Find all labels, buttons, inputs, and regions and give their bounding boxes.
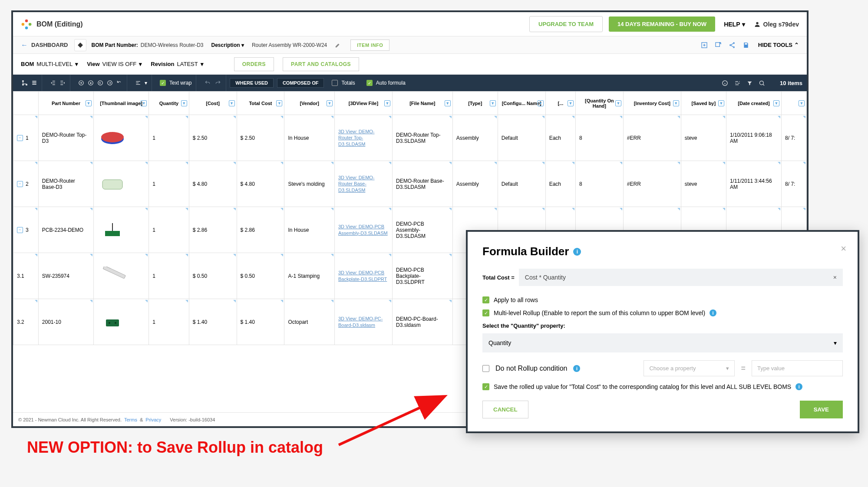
filter-icon[interactable]: ▼	[773, 100, 779, 106]
info-icon[interactable]: i	[795, 383, 802, 390]
align-icon[interactable]	[135, 80, 141, 86]
export-icon[interactable]	[715, 42, 722, 49]
textwrap-checkbox[interactable]: ✓	[160, 80, 166, 86]
download-icon[interactable]	[88, 80, 94, 86]
filter-icon[interactable]: ▼	[276, 100, 282, 106]
quantity-property-select[interactable]: Quantity▾	[482, 333, 843, 352]
terms-link[interactable]: Terms	[124, 417, 137, 422]
redo-arrow-icon[interactable]	[116, 80, 122, 86]
column-header[interactable]: Part Number▼	[38, 92, 93, 115]
column-header[interactable]: [Date created]▼	[726, 92, 781, 115]
edit-icon[interactable]	[335, 42, 341, 48]
column-header[interactable]: [Thumbnail image]▼	[94, 92, 149, 115]
column-header[interactable]: [...▼	[545, 92, 575, 115]
item-icon-box[interactable]	[74, 39, 86, 51]
expand-toggle[interactable]: −	[17, 227, 23, 233]
column-header[interactable]: [Vendor]▼	[284, 92, 335, 115]
info-icon[interactable]: i	[573, 248, 581, 256]
expand-toggle[interactable]: −	[17, 135, 23, 141]
column-header[interactable]: [Saved by]▼	[681, 92, 726, 115]
cancel-button[interactable]: CANCEL	[482, 401, 528, 418]
column-header[interactable]: [Configu... Name]▼	[498, 92, 545, 115]
info-icon[interactable]	[722, 80, 728, 86]
save-icon[interactable]	[743, 42, 749, 49]
filter-icon[interactable]: ▼	[229, 100, 235, 106]
filter-icon[interactable]: ▼	[673, 100, 679, 106]
expand-toggle[interactable]: −	[17, 181, 23, 187]
bom-level-select[interactable]: BOM MULTI-LEVEL ▾	[21, 61, 78, 67]
search-icon[interactable]	[759, 80, 765, 86]
no-rollup-checkbox[interactable]	[482, 365, 489, 372]
column-header[interactable]: [Type]▼	[452, 92, 498, 115]
add-panel-icon[interactable]	[701, 42, 708, 49]
help-menu[interactable]: HELP▾	[724, 21, 745, 28]
info-icon[interactable]: i	[710, 309, 716, 316]
orders-button[interactable]: ORDERS	[234, 57, 274, 71]
apply-all-checkbox[interactable]: ✓	[482, 296, 489, 303]
indent-left-icon[interactable]	[50, 80, 56, 86]
filter-icon[interactable]: ▼	[445, 100, 451, 106]
filter-icon[interactable]: ▼	[327, 100, 333, 106]
flat-icon[interactable]	[31, 80, 37, 86]
dashboard-link[interactable]: DASHBOARD	[31, 42, 68, 48]
filter-icon[interactable]: ▼	[490, 100, 496, 106]
back-icon[interactable]: ←	[21, 41, 28, 49]
item-info-button[interactable]: ITEM INFO	[350, 39, 389, 51]
save-rolled-checkbox[interactable]: ✓	[482, 383, 489, 390]
3dview-link[interactable]: 3D View: DEMO-Router Top-D3.SLDASM	[338, 129, 375, 147]
formula-input[interactable]: Cost * Quantity ×	[519, 269, 843, 286]
filter-icon[interactable]: ▼	[799, 100, 805, 106]
column-header[interactable]: [3DView File]▼	[335, 92, 393, 115]
column-header[interactable]: Quantity▼	[149, 92, 189, 115]
sliders-icon[interactable]	[734, 80, 741, 86]
hide-tools-toggle[interactable]: HIDE TOOLS⌃	[758, 42, 799, 48]
column-header[interactable]: [Cost]▼	[189, 92, 237, 115]
view-select[interactable]: View VIEW IS OFF ▾	[87, 61, 142, 67]
column-header[interactable]: Total Cost▼	[237, 92, 284, 115]
condition-value-input[interactable]: Type value	[752, 360, 843, 376]
next-icon[interactable]	[107, 80, 113, 86]
column-header[interactable]: [File Name]▼	[392, 92, 452, 115]
redo-icon[interactable]	[215, 80, 221, 86]
autoformula-checkbox[interactable]: ✓	[366, 80, 373, 86]
description-dropdown[interactable]: Description ▾	[211, 42, 244, 48]
3dview-link[interactable]: 3D View: DEMO-PCB Assembly-D3.SLDASM	[338, 224, 388, 235]
column-header[interactable]	[13, 92, 39, 115]
save-button[interactable]: SAVE	[800, 401, 843, 418]
privacy-link[interactable]: Privacy	[145, 417, 161, 422]
user-menu[interactable]: Oleg s79dev	[754, 21, 799, 28]
upgrade-button[interactable]: UPGRADE TO TEAM	[529, 16, 603, 32]
info-icon[interactable]: i	[573, 365, 580, 372]
column-header[interactable]: [Inventory Cost]▼	[623, 92, 681, 115]
filter-icon[interactable]: ▼	[615, 100, 621, 106]
column-header[interactable]: ▼	[782, 92, 807, 115]
filter-icon[interactable]: ▼	[568, 100, 574, 106]
add-circle-icon[interactable]	[78, 80, 84, 86]
totals-checkbox[interactable]	[332, 80, 338, 86]
filter-icon[interactable]: ▼	[141, 100, 147, 106]
revision-select[interactable]: Revision LATEST ▾	[151, 61, 203, 67]
tree-icon[interactable]	[22, 80, 28, 86]
3dview-link[interactable]: 3D View: DEMO-Router Base-D3.SLDASM	[338, 175, 375, 193]
filter-icon[interactable]: ▼	[538, 100, 544, 106]
composed-of-button[interactable]: COMPOSED OF	[277, 78, 324, 88]
filter-icon[interactable]: ▼	[718, 100, 724, 106]
close-icon[interactable]: ×	[841, 243, 846, 254]
trial-button[interactable]: 14 DAYS REMAINING - BUY NOW	[609, 16, 715, 32]
filter-icon[interactable]: ▼	[86, 100, 92, 106]
catalogs-button[interactable]: PART AND CATALOGS	[283, 57, 359, 71]
filter-icon[interactable]	[747, 80, 752, 86]
rollup-checkbox[interactable]: ✓	[482, 309, 489, 316]
filter-icon[interactable]: ▼	[181, 100, 187, 106]
condition-property-select[interactable]: Choose a property▾	[644, 360, 735, 376]
indent-right-icon[interactable]	[59, 80, 66, 86]
3dview-link[interactable]: 3D View: DEMO-PC-Board-D3.sldasm	[338, 316, 383, 327]
where-used-button[interactable]: WHERE USED	[230, 78, 274, 88]
undo-icon[interactable]	[204, 80, 211, 86]
column-header[interactable]: [Quantity On Hand]▼	[576, 92, 624, 115]
share-icon[interactable]	[729, 42, 736, 49]
filter-icon[interactable]: ▼	[384, 100, 390, 106]
prev-icon[interactable]	[97, 80, 103, 86]
clear-formula-icon[interactable]: ×	[833, 274, 837, 281]
3dview-link[interactable]: 3D View: DEMO-PCB Backplate-D3.SLDPRT	[338, 270, 387, 281]
